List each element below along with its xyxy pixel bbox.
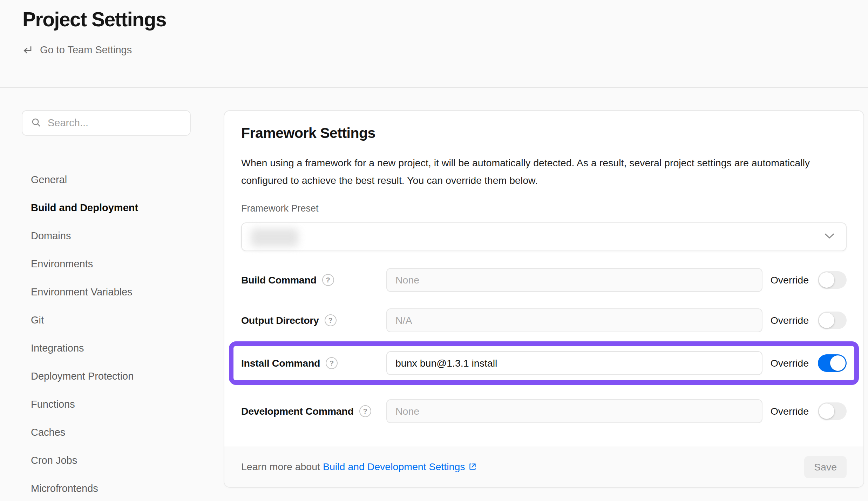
help-icon[interactable]: ? bbox=[359, 405, 371, 417]
output-directory-label: Output Directory bbox=[241, 315, 319, 326]
sidebar-item-general[interactable]: General bbox=[22, 166, 191, 194]
learn-more-link-label: Build and Development Settings bbox=[323, 461, 465, 472]
output-directory-input[interactable] bbox=[386, 308, 762, 332]
development-command-row: Development Command ? Override bbox=[241, 399, 847, 423]
output-directory-override-toggle[interactable] bbox=[818, 312, 847, 329]
toggle-knob bbox=[819, 272, 834, 288]
card-footer: Learn more about Build and Development S… bbox=[224, 447, 863, 487]
output-directory-row: Output Directory ? Override bbox=[241, 308, 847, 332]
install-command-row: Install Command ? Override bbox=[241, 351, 847, 375]
sidebar-search[interactable] bbox=[22, 110, 191, 136]
learn-more-prefix: Learn more about bbox=[241, 461, 320, 472]
external-link-icon bbox=[468, 462, 477, 474]
page-header: Project Settings Go to Team Settings bbox=[0, 0, 868, 88]
framework-preset-label: Framework Preset bbox=[241, 203, 847, 214]
project-settings-page: Project Settings Go to Team Settings G bbox=[0, 0, 868, 501]
override-label: Override bbox=[771, 274, 809, 286]
install-command-input[interactable] bbox=[386, 351, 762, 375]
install-command-override-toggle[interactable] bbox=[818, 354, 847, 372]
sidebar-item-cron-jobs[interactable]: Cron Jobs bbox=[22, 446, 191, 474]
sidebar-item-caches[interactable]: Caches bbox=[22, 418, 191, 446]
learn-more-text: Learn more about Build and Development S… bbox=[241, 461, 477, 474]
help-icon[interactable]: ? bbox=[322, 274, 334, 286]
development-command-label: Development Command bbox=[241, 406, 354, 417]
framework-preset-value-redacted bbox=[251, 228, 298, 247]
page-title: Project Settings bbox=[22, 8, 166, 31]
sidebar-item-environment-variables[interactable]: Environment Variables bbox=[22, 278, 191, 306]
settings-menu: General Build and Deployment Domains Env… bbox=[22, 166, 191, 501]
save-button[interactable]: Save bbox=[804, 456, 847, 478]
sidebar-item-integrations[interactable]: Integrations bbox=[22, 334, 191, 362]
back-arrow-icon bbox=[22, 45, 34, 56]
sidebar-item-build-and-deployment[interactable]: Build and Deployment bbox=[22, 194, 191, 222]
build-command-row: Build Command ? Override bbox=[241, 268, 847, 292]
back-link-label: Go to Team Settings bbox=[40, 44, 132, 56]
override-label: Override bbox=[771, 406, 809, 417]
toggle-knob bbox=[819, 403, 834, 419]
sidebar-item-deployment-protection[interactable]: Deployment Protection bbox=[22, 362, 191, 390]
card-title: Framework Settings bbox=[241, 125, 847, 141]
sidebar-item-microfrontends[interactable]: Microfrontends bbox=[22, 474, 191, 501]
toggle-knob bbox=[830, 355, 846, 371]
card-description: When using a framework for a new project… bbox=[241, 154, 837, 189]
framework-preset-select[interactable] bbox=[241, 222, 847, 251]
sidebar-item-environments[interactable]: Environments bbox=[22, 250, 191, 278]
build-command-label: Build Command bbox=[241, 274, 317, 286]
development-command-override-toggle[interactable] bbox=[818, 402, 847, 420]
build-command-override-toggle[interactable] bbox=[818, 271, 847, 289]
search-icon bbox=[31, 117, 41, 129]
build-command-input[interactable] bbox=[386, 268, 762, 292]
sidebar-item-git[interactable]: Git bbox=[22, 306, 191, 334]
sidebar-item-domains[interactable]: Domains bbox=[22, 222, 191, 250]
chevron-down-icon bbox=[824, 233, 835, 241]
help-icon[interactable]: ? bbox=[325, 314, 337, 326]
toggle-knob bbox=[819, 313, 834, 328]
override-label: Override bbox=[771, 315, 809, 326]
settings-sidebar: General Build and Deployment Domains Env… bbox=[22, 110, 191, 501]
search-input[interactable] bbox=[48, 117, 182, 129]
override-label: Override bbox=[771, 358, 809, 369]
framework-settings-card: Framework Settings When using a framewor… bbox=[224, 110, 864, 488]
go-to-team-settings-link[interactable]: Go to Team Settings bbox=[22, 44, 132, 56]
install-command-label: Install Command bbox=[241, 358, 320, 369]
development-command-input[interactable] bbox=[386, 399, 762, 423]
install-command-highlight: Install Command ? Override bbox=[229, 341, 859, 385]
help-icon[interactable]: ? bbox=[326, 357, 338, 369]
build-and-development-settings-link[interactable]: Build and Development Settings bbox=[323, 461, 477, 472]
sidebar-item-functions[interactable]: Functions bbox=[22, 390, 191, 418]
